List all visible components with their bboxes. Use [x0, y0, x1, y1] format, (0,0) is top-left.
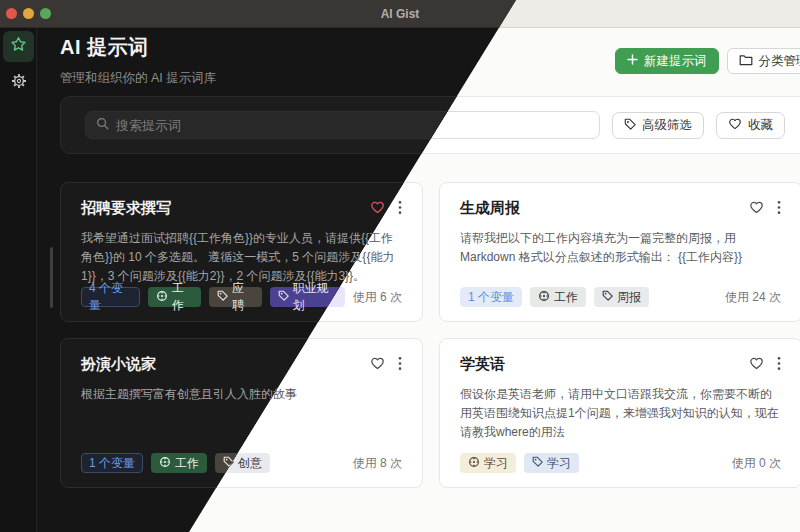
more-menu-button[interactable] [398, 356, 402, 373]
tag-icon [278, 290, 289, 304]
tag-label: 学习 [484, 455, 508, 472]
page-subtitle: 管理和组织你的 AI 提示词库 [60, 70, 216, 87]
advanced-filter-label: 高级筛选 [642, 117, 692, 134]
heart-icon [749, 200, 764, 217]
card-body-text: 请帮我把以下的工作内容填充为一篇完整的周报，用 Markdown 格式以分点叙述… [460, 229, 781, 267]
star-icon [10, 36, 27, 57]
more-menu-button[interactable] [777, 200, 781, 217]
tag-chip: 工作 [151, 453, 207, 473]
category-manage-label: 分类管理 [759, 53, 800, 70]
search-icon [96, 116, 109, 134]
advanced-filter-button[interactable]: 高级筛选 [612, 112, 704, 139]
category-icon [159, 456, 171, 471]
tag-chip: 工作 [530, 287, 586, 307]
new-prompt-label: 新建提示词 [644, 53, 707, 70]
prompt-card[interactable]: 学英语假设你是英语老师，请用中文口语跟我交流，你需要不断的用英语围绕知识点提1个… [439, 338, 800, 488]
card-footer: 学习学习使用 0 次 [460, 453, 781, 473]
gear-icon [11, 73, 27, 93]
favorites-filter-label: 收藏 [748, 117, 773, 134]
card-title: 招聘要求撰写 [81, 199, 171, 218]
new-prompt-button[interactable]: 新建提示词 [615, 48, 719, 74]
tag-label: 创意 [238, 455, 262, 472]
card-title: 学英语 [460, 355, 505, 374]
app-window: AI Gist [0, 0, 800, 532]
tag-icon [624, 118, 636, 133]
tag-chip: 学习 [524, 453, 579, 473]
card-footer: 1 个变量工作周报使用 24 次 [460, 287, 781, 307]
folder-icon [739, 54, 753, 69]
tag-chip: 学习 [460, 453, 516, 473]
tag-label: 周报 [617, 289, 641, 306]
tag-label: 学习 [547, 455, 571, 472]
usage-count: 使用 8 次 [353, 455, 402, 472]
tag-icon [532, 456, 543, 470]
scrollbar-thumb[interactable] [50, 247, 53, 308]
kebab-menu-icon [398, 200, 402, 217]
page-title: AI 提示词 [60, 34, 216, 61]
card-body-text: 假设你是英语老师，请用中文口语跟我交流，你需要不断的用英语围绕知识点提1个问题，… [460, 385, 781, 442]
more-menu-button[interactable] [777, 356, 781, 373]
usage-count: 使用 0 次 [732, 455, 781, 472]
heart-icon [370, 356, 385, 373]
sidebar-item-prompts[interactable] [3, 31, 34, 62]
kebab-menu-icon [777, 356, 781, 373]
page-header: AI 提示词 管理和组织你的 AI 提示词库 [60, 34, 216, 87]
card-header: 生成周报 [460, 199, 781, 218]
card-header: 招聘要求撰写 [81, 199, 402, 218]
tag-icon [602, 290, 613, 304]
usage-count: 使用 24 次 [725, 289, 781, 306]
sidebar-item-settings[interactable] [0, 70, 37, 96]
kebab-menu-icon [777, 200, 781, 217]
variable-count-badge: 4 个变量 [81, 287, 140, 307]
card-title: 生成周报 [460, 199, 520, 218]
tag-label: 工作 [554, 289, 578, 306]
card-header: 学英语 [460, 355, 781, 374]
heart-icon [749, 356, 764, 373]
variable-count-badge: 1 个变量 [460, 287, 522, 307]
favorite-button[interactable] [749, 200, 764, 217]
tag-label: 应聘 [232, 280, 253, 314]
plus-icon [627, 54, 638, 68]
header-actions: 新建提示词 分类管理 [615, 48, 800, 74]
favorite-button[interactable] [370, 200, 385, 217]
heart-icon [728, 117, 742, 133]
tag-label: 工作 [172, 280, 193, 314]
favorite-button[interactable] [749, 356, 764, 373]
category-manage-button[interactable]: 分类管理 [727, 48, 800, 74]
prompt-card[interactable]: 生成周报请帮我把以下的工作内容填充为一篇完整的周报，用 Markdown 格式以… [439, 182, 800, 322]
usage-count: 使用 6 次 [353, 289, 402, 306]
category-icon [468, 456, 480, 471]
favorites-filter-button[interactable]: 收藏 [716, 112, 785, 139]
category-icon [156, 290, 168, 305]
variable-count-badge: 1 个变量 [81, 453, 143, 473]
category-icon [538, 290, 550, 305]
tag-chip: 工作 [148, 287, 201, 307]
tag-chip: 应聘 [209, 287, 261, 307]
tag-label: 工作 [175, 455, 199, 472]
tag-icon [217, 290, 228, 304]
more-menu-button[interactable] [398, 200, 402, 217]
sidebar [0, 28, 37, 532]
favorite-button[interactable] [370, 356, 385, 373]
tag-chip: 周报 [594, 287, 649, 307]
card-title: 扮演小说家 [81, 355, 156, 374]
heart-icon [370, 200, 385, 217]
kebab-menu-icon [398, 356, 402, 373]
